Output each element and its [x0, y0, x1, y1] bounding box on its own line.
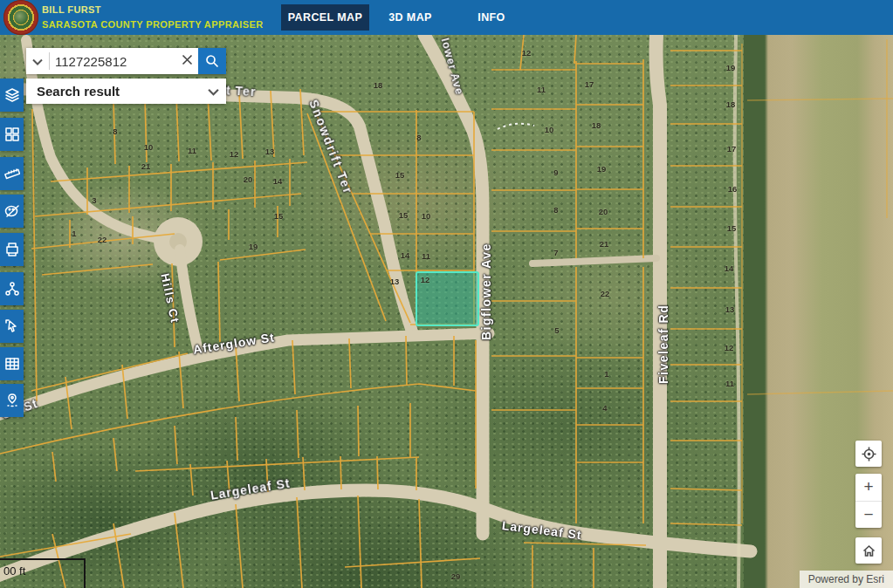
home-button[interactable] [855, 537, 882, 564]
parcel-number: 17 [727, 144, 737, 154]
search-input[interactable] [50, 54, 175, 69]
locate-button[interactable] [855, 441, 882, 467]
parcel-number: 14 [273, 176, 283, 186]
tab-3d-map[interactable]: 3D MAP [379, 4, 442, 31]
home-icon [862, 544, 876, 558]
map-attribution: Powered by Esri [800, 571, 893, 588]
parcel-number: 13 [265, 147, 275, 156]
search-icon [205, 54, 219, 68]
parcel-number: 15 [399, 210, 409, 220]
basemap-gallery-button[interactable] [0, 118, 24, 151]
parcel-number: 3 [92, 195, 96, 205]
clear-search-button[interactable] [175, 53, 198, 69]
roads-and-parcel-lines-layer [0, 35, 893, 588]
parcel-number: 13 [725, 304, 735, 314]
parcel-number: 12 [421, 275, 430, 284]
table-icon [4, 356, 20, 372]
parcel-number: 19 [597, 164, 607, 174]
select-cursor-icon [4, 318, 20, 334]
office-title: SARASOTA COUNTY PROPERTY APPRAISER [42, 19, 264, 30]
parcel-number: 21 [600, 239, 609, 249]
share-network-icon [4, 281, 20, 297]
zoom-in-button[interactable]: + [855, 474, 882, 502]
parcel-number: 18 [592, 120, 601, 130]
layers-tool-button[interactable] [0, 79, 24, 112]
parcel-number: 15 [274, 211, 284, 221]
parcel-number: 10 [422, 211, 431, 221]
search-result-panel[interactable]: Search result [26, 79, 226, 104]
parcel-number: 1 [604, 369, 608, 379]
search-result-label: Search result [26, 84, 200, 99]
chevron-down-icon [32, 58, 43, 65]
printer-icon [4, 242, 20, 257]
map-canvas[interactable]: 8101112132120141531221918815151014111312… [0, 35, 893, 588]
parcel-number: 12 [522, 48, 532, 58]
search-widget [26, 48, 226, 74]
palette-icon [4, 203, 20, 219]
parcel-number: 11 [537, 85, 546, 94]
parcel-number: 5 [554, 325, 559, 335]
basemap-grid-icon [4, 126, 20, 142]
scale-bar: 00 ft [0, 558, 86, 588]
parcel-number: 18 [726, 99, 736, 109]
parcel-number: 13 [390, 277, 400, 286]
parcel-number: 19 [249, 242, 258, 251]
parcel-number: 4 [602, 403, 607, 413]
parcel-number: 15 [727, 223, 737, 233]
dashed-trail [498, 124, 534, 129]
parcel-number: 14 [725, 263, 734, 273]
parcel-number: 8 [416, 133, 421, 142]
app-header: BILL FURST SARASOTA COUNTY PROPERTY APPR… [0, 0, 893, 35]
appraiser-name: BILL FURST [42, 4, 101, 15]
chevron-down-icon [208, 88, 219, 96]
parcel-number: 11 [725, 379, 734, 388]
search-button[interactable] [198, 48, 226, 74]
parcel-number: 11 [422, 251, 430, 261]
parcel-number: 16 [728, 184, 738, 194]
parcel-number: 10 [545, 125, 554, 134]
measure-tool-button[interactable] [0, 157, 24, 190]
parcel-number: 29 [451, 571, 461, 581]
parcel-number: 12 [725, 343, 734, 352]
county-seal-logo [3, 0, 38, 35]
parcel-number: 17 [585, 79, 594, 89]
parcel-number: 7 [553, 248, 558, 257]
parcel-number: 8 [553, 205, 558, 215]
parcel-number: 14 [401, 250, 410, 260]
parcel-number: 20 [244, 174, 253, 184]
parcel-number: 20 [599, 207, 608, 216]
parcel-number: 21 [141, 161, 151, 171]
street-label: Bigflower Ave [479, 243, 493, 340]
share-tool-button[interactable] [0, 272, 24, 305]
search-result-expander[interactable] [200, 84, 226, 99]
parcel-number: 15 [395, 170, 405, 180]
parcel-number: 8 [113, 126, 117, 136]
near-me-tool-button[interactable] [0, 384, 24, 417]
parcel-number: 1 [72, 229, 76, 238]
attribute-table-button[interactable] [0, 347, 24, 380]
close-icon [182, 54, 193, 65]
parcel-number: 11 [188, 146, 196, 155]
zoom-control: + − [855, 474, 882, 528]
scale-label: 00 ft [3, 564, 25, 578]
tab-parcel-map[interactable]: PARCEL MAP [281, 4, 369, 31]
parcel-number: 9 [553, 168, 558, 177]
select-tool-button[interactable] [0, 310, 24, 343]
street-label: Fiveleaf Rd [656, 304, 670, 384]
parcel-number: 18 [374, 80, 383, 90]
parcel-number: 12 [230, 149, 239, 159]
layers-icon [4, 87, 20, 103]
location-pin-icon [4, 393, 20, 408]
tab-info[interactable]: INFO [469, 4, 514, 31]
search-source-dropdown[interactable] [26, 53, 49, 69]
parcel-map-app: { "header": { "line1": "BILL FURST", "li… [0, 0, 893, 588]
draw-tool-button[interactable] [0, 195, 24, 228]
ruler-icon [4, 166, 20, 181]
parcel-number: 22 [98, 235, 107, 244]
parcel-number: 22 [601, 289, 610, 298]
parcel-number: 19 [726, 63, 736, 72]
locate-icon [861, 446, 877, 462]
parcel-number: 10 [144, 142, 154, 152]
print-tool-button[interactable] [0, 233, 24, 266]
zoom-out-button[interactable]: − [855, 502, 882, 529]
